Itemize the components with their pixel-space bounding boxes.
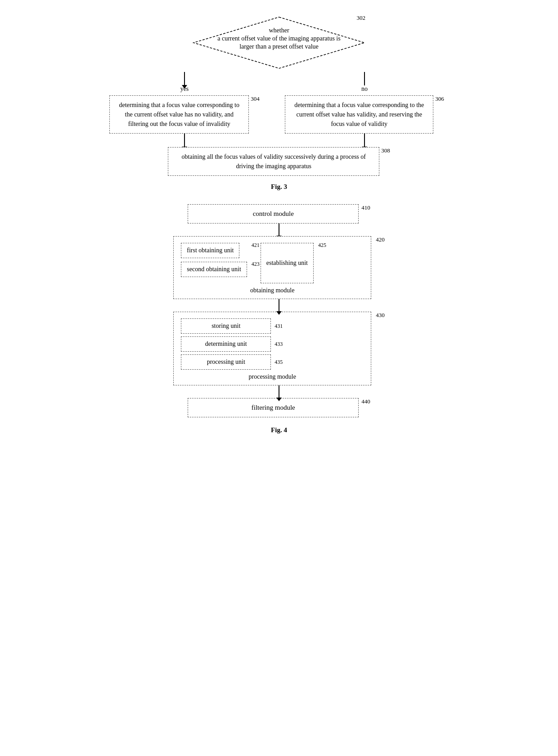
box-304: determining that a focus value correspon… bbox=[109, 95, 249, 134]
processing-units: storing unit 431 determining unit 433 bbox=[181, 318, 364, 370]
ref-431: 431 bbox=[274, 323, 283, 330]
establishing-unit: establishing unit bbox=[261, 243, 314, 283]
establishing-col: establishing unit 425 bbox=[261, 243, 314, 283]
first-obtaining-row: first obtaining unit 421 bbox=[181, 243, 247, 258]
first-obtaining-unit: first obtaining unit bbox=[181, 243, 239, 258]
ref-430: 430 bbox=[376, 312, 385, 319]
ref-435: 435 bbox=[274, 359, 283, 366]
fig3-diagram: whether a current offset value of the im… bbox=[27, 13, 531, 176]
processing-module-label: processing module bbox=[181, 373, 364, 380]
obtaining-module-label: obtaining module bbox=[181, 287, 364, 294]
ref-306: 306 bbox=[435, 95, 444, 103]
ref-302: 302 bbox=[357, 14, 366, 22]
svg-text:whether: whether bbox=[269, 27, 289, 34]
control-module-box: control module bbox=[188, 204, 359, 224]
filtering-module-box: filtering module bbox=[188, 398, 359, 417]
fig4-caption: Fig. 4 bbox=[27, 426, 531, 434]
decision-diamond: whether a current offset value of the im… bbox=[184, 13, 374, 72]
fig3-caption: Fig. 3 bbox=[27, 183, 531, 191]
second-obtaining-row: second obtaining unit 423 bbox=[181, 262, 247, 277]
ref-308: 308 bbox=[381, 147, 390, 154]
connector-2 bbox=[279, 299, 279, 312]
storing-unit: storing unit bbox=[181, 318, 271, 334]
obtaining-module-row: first obtaining unit 421 second obtainin… bbox=[173, 236, 385, 299]
control-module-row: control module 410 bbox=[188, 204, 370, 224]
box-308: obtaining all the focus values of validi… bbox=[168, 147, 379, 176]
box-306: determining that a focus value correspon… bbox=[285, 95, 433, 134]
determining-unit: determining unit bbox=[181, 336, 271, 352]
storing-unit-row: storing unit 431 bbox=[181, 318, 364, 334]
obtaining-module-box: first obtaining unit 421 second obtainin… bbox=[173, 236, 371, 299]
ref-440: 440 bbox=[361, 398, 370, 405]
svg-text:larger than a preset offset va: larger than a preset offset value bbox=[239, 43, 319, 50]
ref-425: 425 bbox=[318, 242, 326, 249]
ref-423: 423 bbox=[252, 261, 260, 268]
svg-marker-0 bbox=[194, 17, 364, 68]
processing-module-row: storing unit 431 determining unit 433 bbox=[173, 312, 385, 385]
ref-421: 421 bbox=[252, 242, 260, 249]
obtaining-inner-row: first obtaining unit 421 second obtainin… bbox=[181, 243, 364, 283]
processing-unit-row: processing unit 435 bbox=[181, 354, 364, 370]
ref-433: 433 bbox=[274, 341, 283, 348]
ref-420: 420 bbox=[376, 236, 385, 243]
no-label: no bbox=[361, 85, 368, 93]
ref-410: 410 bbox=[361, 204, 370, 211]
processing-unit: processing unit bbox=[181, 354, 271, 370]
ref-304: 304 bbox=[251, 95, 260, 103]
second-obtaining-unit: second obtaining unit bbox=[181, 262, 247, 277]
obtaining-left-col: first obtaining unit 421 second obtainin… bbox=[181, 243, 247, 283]
fig4-diagram: control module 410 first obtaining unit bbox=[27, 204, 531, 417]
determining-unit-row: determining unit 433 bbox=[181, 336, 364, 352]
processing-module-box: storing unit 431 determining unit 433 bbox=[173, 312, 371, 385]
connector-3 bbox=[279, 385, 279, 398]
connector-1 bbox=[279, 224, 279, 236]
svg-text:a current offset value of the : a current offset value of the imaging ap… bbox=[217, 35, 340, 42]
